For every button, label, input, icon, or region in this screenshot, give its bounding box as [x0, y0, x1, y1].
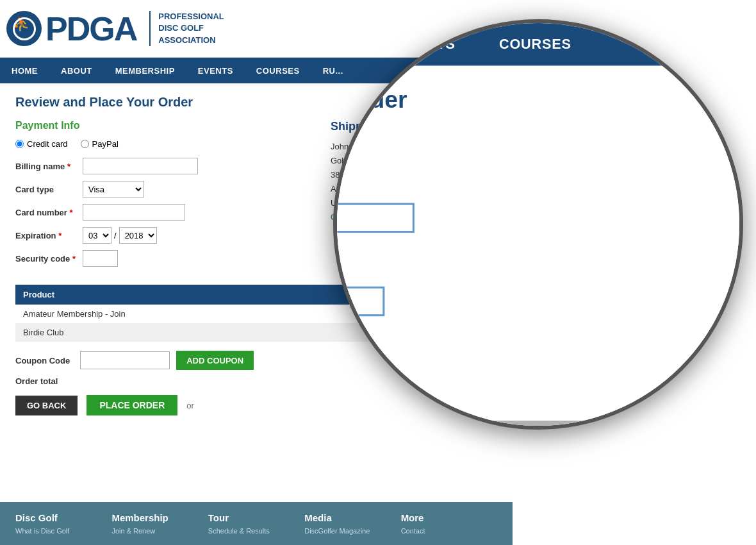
payment-section-title: Payment Info	[15, 120, 305, 131]
footer-more-sub: Contact	[401, 527, 497, 535]
nav-more[interactable]: RU...	[311, 58, 355, 83]
footer-disc-golf: Disc Golf What is Disc Golf	[15, 512, 111, 535]
mag-payment-methods: Credit card PayPal	[333, 170, 743, 187]
expiry-month-select[interactable]: 03	[83, 227, 111, 244]
logo-full-name: PROFESSIONAL DISC GOLF ASSOCIATION	[149, 11, 224, 46]
paypal-option[interactable]: PayPal	[81, 139, 119, 149]
footer-disc-golf-title: Disc Golf	[15, 512, 111, 523]
nav-home[interactable]: HOME	[0, 58, 49, 83]
security-code-row: Security code *	[15, 250, 305, 267]
billing-name-label: Billing name *	[15, 162, 83, 171]
mag-payment-title: Payment Info	[333, 133, 743, 156]
footer-media: Media DiscGolfer Magazine	[304, 512, 400, 535]
order-total-label: Order total	[15, 376, 58, 386]
mag-expiration-row: Expiration * 03 / 2018	[333, 328, 743, 358]
security-code-label: Security code *	[15, 254, 83, 264]
logo-area: ⛹ PDGA PROFESSIONAL DISC GOLF ASSOCIATIO…	[6, 10, 224, 48]
credit-card-radio[interactable]	[15, 140, 24, 148]
magnifier-overlay: ⛹ PDGA PROFESSIONAL DISC GOLF ASSOCIATIO…	[333, 19, 743, 430]
card-number-input[interactable]	[83, 204, 185, 221]
footer-membership: Membership Join & Renew	[111, 512, 208, 535]
footer-tour: Tour Schedule & Results	[208, 512, 304, 535]
footer-columns: Disc Golf What is Disc Golf Membership J…	[15, 512, 497, 535]
security-code-input[interactable]	[83, 250, 118, 267]
footer-media-sub: DiscGolfer Magazine	[304, 527, 400, 535]
footer-membership-sub: Join & Renew	[111, 527, 208, 535]
mag-payment-section: Payment Info Credit card PayPal Billing …	[333, 133, 743, 412]
footer-tour-sub: Schedule & Results	[208, 527, 304, 535]
footer: Disc Golf What is Disc Golf Membership J…	[0, 502, 513, 545]
billing-name-input[interactable]	[83, 158, 198, 174]
mag-nav-courses[interactable]: COURSES	[477, 22, 593, 65]
mag-card-type-row: Card type Visa Mastercard	[333, 245, 743, 274]
action-row: GO BACK PLACE ORDER or	[15, 395, 497, 415]
card-type-label: Card type	[15, 185, 83, 194]
billing-name-row: Billing name *	[15, 158, 305, 174]
expiry-group: 03 / 2018	[83, 227, 157, 244]
credit-card-label: Credit card	[27, 139, 68, 149]
mag-card-number-row: Card number *	[333, 287, 743, 317]
footer-tour-title: Tour	[208, 512, 304, 523]
card-number-row: Card number *	[15, 204, 305, 221]
expiration-label: Expiration *	[15, 231, 83, 240]
or-text: or	[186, 401, 194, 410]
footer-more-title: More	[401, 512, 497, 523]
nav-events[interactable]: EVENTS	[186, 58, 245, 83]
coupon-label: Coupon Code	[15, 356, 70, 365]
mag-form-section: Payment Info Credit card PayPal Billing …	[333, 133, 743, 412]
footer-more: More Contact	[401, 512, 497, 535]
card-type-row: Card type Visa Mastercard Amex	[15, 181, 305, 197]
payment-section: Payment Info Credit card PayPal Billing …	[15, 120, 305, 273]
footer-membership-title: Membership	[111, 512, 208, 523]
nav-about[interactable]: ABOUT	[49, 58, 104, 83]
product-header: Product	[15, 285, 277, 305]
nav-membership[interactable]: MEMBERSHIP	[104, 58, 186, 83]
payment-method-group: Credit card PayPal	[15, 139, 305, 149]
product-2: Birdie Club	[15, 323, 277, 342]
mag-billing-name-row: Billing name *	[333, 203, 743, 233]
card-type-select[interactable]: Visa Mastercard Amex	[83, 181, 144, 197]
place-order-button[interactable]: PLACE ORDER	[86, 395, 177, 415]
expiration-row: Expiration * 03 / 2018	[15, 227, 305, 244]
go-back-button[interactable]: GO BACK	[15, 396, 78, 415]
magnifier-content: ⛹ PDGA PROFESSIONAL DISC GOLF ASSOCIATIO…	[333, 19, 743, 430]
pdga-disc-logo: ⛹	[6, 11, 42, 46]
footer-disc-golf-sub: What is Disc Golf	[15, 527, 111, 535]
footer-media-title: Media	[304, 512, 400, 523]
coupon-input[interactable]	[80, 351, 170, 369]
paypal-radio[interactable]	[81, 140, 89, 148]
add-coupon-button[interactable]: ADD COUPON	[176, 351, 254, 370]
nav-courses[interactable]: COURSES	[245, 58, 311, 83]
figure-icon: ⛹	[13, 16, 30, 33]
product-1: Amateur Membership - Join	[15, 305, 277, 323]
mag-billing-name-input[interactable]	[333, 203, 415, 233]
card-number-label: Card number *	[15, 208, 83, 217]
credit-card-option[interactable]: Credit card	[15, 139, 68, 149]
paypal-label: PayPal	[92, 139, 119, 149]
logo-pdga-text: PDGA	[45, 10, 136, 48]
mag-page-title: Review and Place Your Order	[333, 86, 743, 113]
expiry-year-select[interactable]: 2018	[119, 227, 157, 244]
